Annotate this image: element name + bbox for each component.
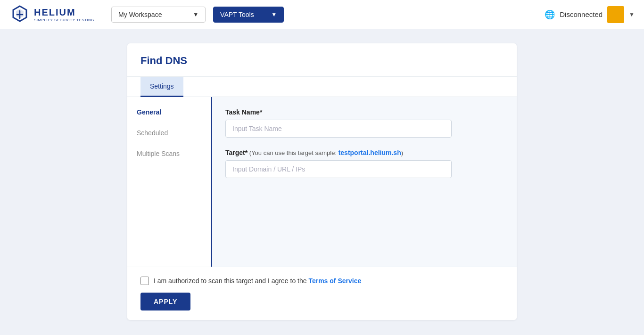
card-footer: I am authorized to scan this target and … — [127, 267, 517, 320]
tab-settings[interactable]: Settings — [140, 77, 183, 97]
workspace-dropdown[interactable]: My Workspace ▼ — [111, 7, 206, 23]
logo-tagline: SIMPLIFY SECURITY TESTING — [34, 18, 94, 22]
logo-text: HELIUM SIMPLIFY SECURITY TESTING — [34, 7, 94, 22]
form-layout: General Scheduled Multiple Scans Task Na… — [127, 97, 517, 267]
tabs-bar: Settings — [127, 77, 517, 97]
card-header: Find DNS — [127, 43, 517, 77]
target-group: Target* (You can use this target sample:… — [225, 149, 504, 178]
find-dns-card: Find DNS Settings General Scheduled Mult… — [127, 43, 517, 320]
task-name-group: Task Name* — [225, 108, 504, 138]
nav-item-general[interactable]: General — [127, 102, 211, 123]
main-content: Find DNS Settings General Scheduled Mult… — [0, 29, 644, 334]
app-header: HELIUM SIMPLIFY SECURITY TESTING My Work… — [0, 0, 644, 29]
nav-item-scheduled[interactable]: Scheduled — [127, 123, 211, 143]
tos-checkbox-row: I am authorized to scan this target and … — [140, 277, 504, 285]
vapt-tools-dropdown[interactable]: VAPT Tools ▼ — [213, 7, 284, 23]
logo-area: HELIUM SIMPLIFY SECURITY TESTING — [9, 4, 94, 25]
target-hint-end: ) — [401, 149, 403, 156]
workspace-chevron-down-icon: ▼ — [193, 11, 198, 18]
logo-name: HELIUM — [34, 7, 94, 18]
vapt-label: VAPT Tools — [220, 11, 254, 18]
user-chevron-down-icon[interactable]: ▼ — [629, 11, 635, 18]
helium-logo-icon — [9, 4, 30, 25]
task-name-input[interactable] — [225, 120, 452, 138]
target-hint: (You can use this target sample: — [248, 149, 338, 156]
task-name-label: Task Name* — [225, 108, 504, 116]
vapt-chevron-down-icon: ▼ — [271, 11, 277, 18]
target-input[interactable] — [225, 160, 452, 178]
sidebar-nav: General Scheduled Multiple Scans — [127, 97, 212, 267]
apply-button[interactable]: APPLY — [140, 293, 190, 310]
form-body: Task Name* Target* (You can use this tar… — [212, 97, 517, 267]
tos-checkbox[interactable] — [140, 277, 149, 285]
globe-icon: 🌐 — [545, 9, 555, 20]
nav-item-multiple-scans[interactable]: Multiple Scans — [127, 143, 211, 164]
tos-label: I am authorized to scan this target and … — [154, 277, 361, 285]
header-right: 🌐 Disconnected ▼ — [545, 6, 635, 23]
connection-status: Disconnected — [560, 10, 603, 18]
user-badge[interactable] — [607, 6, 624, 23]
target-label: Target* (You can use this target sample:… — [225, 149, 504, 156]
target-sample-link[interactable]: testportal.helium.sh — [339, 149, 401, 156]
terms-of-service-link[interactable]: Terms of Service — [308, 277, 361, 285]
page-title: Find DNS — [140, 55, 504, 67]
workspace-label: My Workspace — [118, 11, 162, 18]
